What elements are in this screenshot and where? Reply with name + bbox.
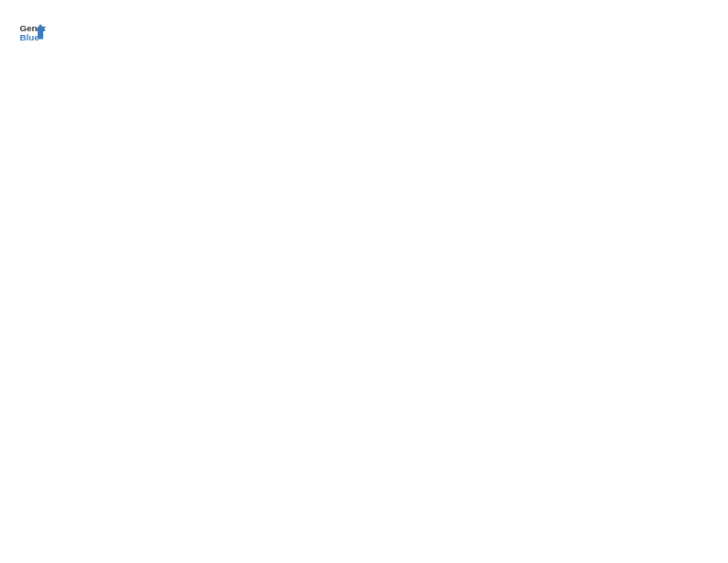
- page-header: General Blue: [18, 18, 710, 46]
- logo: General Blue: [18, 18, 46, 46]
- logo-icon: General Blue: [18, 18, 46, 46]
- svg-text:Blue: Blue: [20, 32, 40, 42]
